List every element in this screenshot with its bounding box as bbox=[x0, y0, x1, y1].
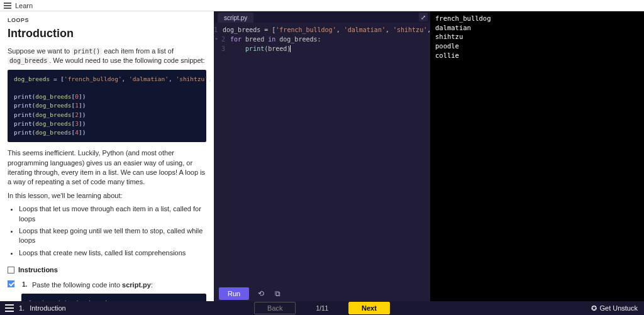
inline-code: dog_breeds bbox=[8, 57, 49, 64]
lesson-pane: LOOPS Introduction Suppose we want to pr… bbox=[0, 11, 214, 301]
editor-tab[interactable]: script.py bbox=[218, 13, 253, 23]
expand-icon[interactable]: ⤢ bbox=[419, 13, 428, 21]
code-editor[interactable]: 1dog_breeds = ['french_bulldog', 'dalmat… bbox=[214, 23, 430, 286]
step-number: 1. bbox=[22, 280, 28, 289]
menu-icon[interactable] bbox=[4, 3, 11, 9]
next-button[interactable]: Next bbox=[348, 302, 390, 314]
list-item: Loops that create new lists, called list… bbox=[19, 248, 206, 258]
checkbox-checked-icon bbox=[8, 280, 14, 287]
compass-icon: ✪ bbox=[591, 304, 597, 312]
code-block-paste: for breed in dog_breeds: print(breed) bbox=[21, 294, 206, 301]
lesson-bullets: Loops that let us move through each item… bbox=[19, 204, 206, 258]
editor-tabs: script.py ⤢ bbox=[214, 11, 430, 23]
code-block-example: dog_breeds = ['french_bulldog', 'dalmati… bbox=[8, 70, 206, 143]
lesson-menu-icon[interactable] bbox=[5, 304, 14, 312]
square-icon bbox=[8, 267, 14, 274]
lesson-number: 1. bbox=[19, 304, 25, 312]
lesson-name: Introduction bbox=[30, 304, 65, 312]
editor-toolbar: Run ⟲ ⧉ bbox=[214, 286, 430, 301]
instructions-heading: Instructions bbox=[8, 265, 206, 275]
progress-indicator: 1/11 bbox=[316, 305, 328, 312]
list-item: Loops that keep going until we tell them… bbox=[19, 226, 206, 246]
editor-pane: script.py ⤢ 1dog_breeds = ['french_bulld… bbox=[214, 11, 430, 301]
lesson-para: This seems inefficient. Luckily, Python … bbox=[8, 148, 206, 187]
top-bar-label: Learn bbox=[15, 2, 33, 9]
instruction-step: 1. Paste the following code into script.… bbox=[8, 280, 206, 290]
lesson-title: Introduction bbox=[8, 26, 206, 41]
output-terminal: french_bulldog dalmatian shihtzu poodle … bbox=[430, 11, 644, 301]
top-bar: Learn bbox=[0, 0, 644, 11]
bottom-bar: 1. Introduction Back 1/11 Next ✪ Get Uns… bbox=[0, 301, 644, 315]
lesson-para: In this lesson, we'll be learning about: bbox=[8, 191, 206, 201]
reset-icon[interactable]: ⟲ bbox=[257, 289, 265, 298]
inline-code: print() bbox=[72, 48, 102, 55]
lesson-intro: Suppose we want to print() each item fro… bbox=[8, 47, 206, 66]
copy-icon[interactable]: ⧉ bbox=[273, 289, 282, 298]
list-item: Loops that let us move through each item… bbox=[19, 204, 206, 224]
lesson-kicker: LOOPS bbox=[8, 16, 206, 25]
get-unstuck-button[interactable]: ✪ Get Unstuck bbox=[591, 304, 644, 312]
run-button[interactable]: Run bbox=[219, 287, 249, 300]
back-button[interactable]: Back bbox=[254, 302, 296, 314]
